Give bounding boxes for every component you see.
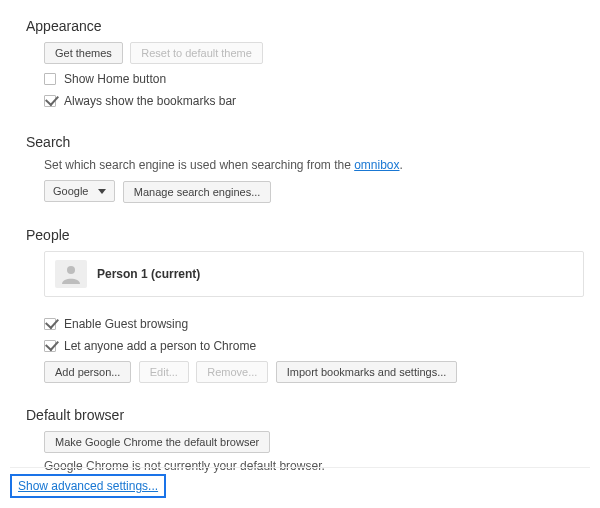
guest-browsing-checkbox[interactable] bbox=[44, 318, 56, 330]
add-person-button[interactable]: Add person... bbox=[44, 361, 131, 383]
anyone-add-label: Let anyone add a person to Chrome bbox=[64, 339, 256, 353]
default-browser-title: Default browser bbox=[26, 407, 590, 423]
avatar-icon bbox=[55, 260, 87, 288]
advanced-settings-highlight: Show advanced settings... bbox=[10, 474, 166, 498]
show-bookmarks-label: Always show the bookmarks bar bbox=[64, 94, 236, 108]
chevron-down-icon bbox=[98, 189, 106, 194]
make-default-browser-button[interactable]: Make Google Chrome the default browser bbox=[44, 431, 270, 453]
person-entry[interactable]: Person 1 (current) bbox=[44, 251, 584, 297]
appearance-title: Appearance bbox=[26, 18, 590, 34]
edit-person-button: Edit... bbox=[139, 361, 189, 383]
guest-browsing-label: Enable Guest browsing bbox=[64, 317, 188, 331]
search-help-prefix: Set which search engine is used when sea… bbox=[44, 158, 354, 172]
footer: Show advanced settings... bbox=[10, 467, 590, 498]
svg-point-0 bbox=[67, 266, 75, 274]
anyone-add-checkbox[interactable] bbox=[44, 340, 56, 352]
omnibox-link[interactable]: omnibox bbox=[354, 158, 399, 172]
people-title: People bbox=[26, 227, 590, 243]
search-help-text: Set which search engine is used when sea… bbox=[44, 158, 590, 172]
show-bookmarks-checkbox[interactable] bbox=[44, 95, 56, 107]
search-title: Search bbox=[26, 134, 590, 150]
person-name: Person 1 (current) bbox=[97, 267, 200, 281]
reset-theme-button: Reset to default theme bbox=[130, 42, 263, 64]
show-advanced-settings-link[interactable]: Show advanced settings... bbox=[18, 479, 158, 493]
search-engine-value: Google bbox=[53, 185, 88, 197]
manage-search-engines-button[interactable]: Manage search engines... bbox=[123, 181, 272, 203]
show-home-label: Show Home button bbox=[64, 72, 166, 86]
get-themes-button[interactable]: Get themes bbox=[44, 42, 123, 64]
search-engine-dropdown[interactable]: Google bbox=[44, 180, 115, 202]
import-bookmarks-button[interactable]: Import bookmarks and settings... bbox=[276, 361, 458, 383]
show-home-checkbox[interactable] bbox=[44, 73, 56, 85]
remove-person-button: Remove... bbox=[196, 361, 268, 383]
